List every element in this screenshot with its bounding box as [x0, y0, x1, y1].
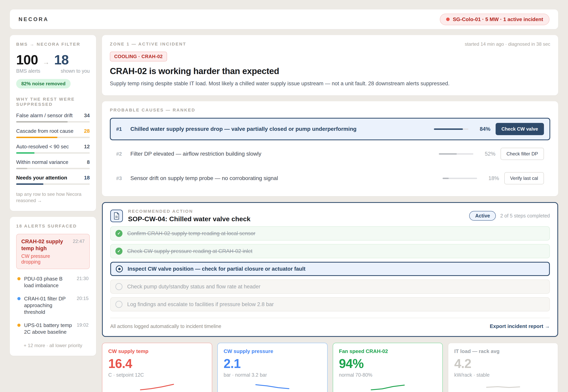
suppression-bar-fill [16, 121, 68, 123]
sidebar: BMS → NECORA FILTER 100 → 18 BMS alerts … [10, 35, 96, 356]
suppression-reason-row[interactable]: Needs your attention 18 [16, 175, 90, 185]
suppression-bar-fill [16, 168, 27, 169]
confidence-percent: 84% [474, 126, 491, 132]
suppression-reason-label: False alarm / sensor drift [16, 112, 73, 119]
alert-time: 19:02 [77, 322, 89, 328]
confidence-percent: 52% [478, 151, 495, 157]
sop-step[interactable]: Check pump duty/standby status and flow … [110, 280, 550, 294]
alerts-more-link[interactable]: + 12 more · all lower priority [16, 343, 90, 348]
step-status-icon [115, 230, 122, 237]
suppression-reason-row[interactable]: Cascade from root cause 28 [16, 128, 90, 138]
suppression-bar-fill [16, 152, 34, 154]
metric-card: CW supply pressure 2.1 bar · normal 3.2 … [217, 343, 328, 392]
alert-time: 20:15 [77, 295, 89, 301]
cause-row[interactable]: #3 Sensor drift on supply temp probe — n… [110, 168, 550, 189]
cause-action-button[interactable]: Check CW valve [496, 123, 544, 135]
confidence-bar-track [439, 153, 473, 155]
step-description: Confirm CRAH-02 supply temp reading at l… [127, 230, 255, 237]
sop-step[interactable]: Confirm CRAH-02 supply temp reading at l… [110, 226, 550, 240]
metric-card: CW supply temp 16.4 C · setpoint 12C ris… [102, 343, 212, 392]
suppression-reason-count: 34 [84, 112, 90, 119]
suppression-reason-label: Cascade from root cause [16, 128, 73, 134]
alert-list-item[interactable]: CRAH-02 supply temp high CW pressure dro… [16, 234, 90, 269]
step-description: Check pump duty/standby status and flow … [127, 284, 260, 290]
metric-title: Fan speed CRAH-02 [339, 348, 437, 354]
suppression-reason-count: 8 [87, 159, 90, 165]
bms-alerts-label: BMS alerts [16, 68, 40, 74]
incident-summary: Supply temp rising despite stable IT loa… [110, 80, 550, 87]
site-status-badge[interactable]: SG-Colo-01 · 5 MW · 1 active incident [440, 14, 550, 25]
confidence-percent: 18% [482, 175, 499, 182]
app-header: NECORA SG-Colo-01 · 5 MW · 1 active inci… [10, 9, 558, 29]
metric-value: 4.2 [454, 356, 552, 371]
filter-summary-panel: BMS → NECORA FILTER 100 → 18 BMS alerts … [10, 35, 96, 211]
confidence-bar-track [434, 128, 468, 130]
filter-panel-title: BMS → NECORA FILTER [16, 42, 90, 47]
cause-list: #1 Chilled water supply pressure drop — … [110, 118, 550, 189]
alert-subtitle: CW pressure dropping [21, 253, 69, 265]
suppression-reason-row[interactable]: Within normal variance 8 [16, 159, 90, 169]
cause-row[interactable]: #2 Filter DP elevated — airflow restrict… [110, 143, 550, 165]
arrow-right-icon: → [43, 58, 49, 66]
surfaced-alerts-panel: 18 ALERTS SURFACED CRAH-02 supply temp h… [10, 217, 96, 356]
causes-section-title: PROBABLE CAUSES — RANKED [110, 108, 550, 113]
suppression-reason-count: 12 [84, 144, 90, 150]
suppression-bar-track [16, 152, 90, 154]
suppression-reason-label: Within normal variance [16, 159, 68, 165]
recommended-action-card: RECOMMENDED ACTION SOP-CW-04: Chilled wa… [102, 202, 558, 337]
alert-title: UPS-01 battery temp 2C above baseline [24, 322, 73, 336]
cause-action-button[interactable]: Check filter DP [501, 148, 544, 160]
step-status-icon [116, 265, 123, 272]
brand-logo: NECORA [18, 16, 49, 22]
metric-subtitle: C · setpoint 12C [108, 372, 206, 378]
metric-card-row: CW supply temp 16.4 C · setpoint 12C ris… [102, 343, 558, 392]
metric-title: CW supply temp [108, 348, 206, 354]
suppression-bar-track [16, 168, 90, 169]
metric-value: 2.1 [224, 356, 321, 371]
step-status-icon [115, 283, 122, 290]
cause-rank: #2 [116, 151, 125, 157]
alert-list-item[interactable]: UPS-01 battery temp 2C above baseline 19… [16, 322, 90, 336]
suppression-reason-list: False alarm / sensor drift 34 Cascade fr… [16, 112, 90, 185]
sop-step[interactable]: Check CW supply pressure reading at CRAH… [110, 244, 550, 258]
incident-meta: started 14 min ago · diagnosed in 38 sec [465, 41, 550, 47]
suppression-reason-count: 28 [84, 128, 90, 134]
cause-row[interactable]: #1 Chilled water supply pressure drop — … [110, 118, 550, 140]
alert-title: CRAH-02 supply temp high [21, 238, 69, 252]
active-incident-card: ZONE 1 — ACTIVE INCIDENT started 14 min … [102, 35, 558, 95]
alert-list-item[interactable]: CRAH-01 filter DP approaching threshold … [16, 295, 90, 316]
export-incident-report-link[interactable]: Export incident report → [490, 323, 550, 329]
probable-causes-card: PROBABLE CAUSES — RANKED #1 Chilled wate… [102, 101, 558, 196]
sop-step[interactable]: Inspect CW valve position — check for pa… [110, 262, 550, 276]
sop-step-list: Confirm CRAH-02 supply temp reading at l… [110, 226, 550, 311]
metric-sparkline [369, 383, 406, 392]
cause-description: Sensor drift on supply temp probe — no c… [130, 175, 437, 182]
alert-title: PDU-03 phase B load imbalance [24, 275, 73, 289]
suppression-reason-row[interactable]: Auto-resolved < 90 sec 12 [16, 144, 90, 154]
metric-sparkline [484, 383, 522, 392]
cause-action-button[interactable]: Verify last cal [504, 172, 544, 184]
alert-priority-dot [17, 277, 20, 280]
sop-document-icon [110, 210, 123, 222]
bms-alert-count: 100 [16, 52, 38, 67]
cause-description: Chilled water supply pressure drop — val… [130, 126, 429, 132]
suppression-reason-row[interactable]: False alarm / sensor drift 34 [16, 112, 90, 123]
alert-priority-dot [17, 324, 20, 327]
suppression-bar-track [16, 183, 90, 185]
step-description: Inspect CW valve position — check for pa… [128, 266, 305, 272]
metric-card: IT load — rack avg 4.2 kW/rack · stable … [448, 343, 558, 392]
sop-step[interactable]: Log findings and escalate to facilities … [110, 297, 550, 311]
alert-list-item[interactable]: PDU-03 phase B load imbalance 21:30 [16, 275, 90, 289]
confidence-bar-track [443, 178, 477, 179]
cause-rank: #3 [116, 175, 125, 182]
suppression-bar-track [16, 137, 90, 138]
shown-to-you-label: shown to you [61, 68, 90, 74]
site-status-text: SG-Colo-01 · 5 MW · 1 active incident [453, 16, 543, 22]
metric-value: 94% [339, 356, 437, 371]
incident-zone-label: ZONE 1 — ACTIVE INCIDENT [110, 42, 186, 47]
metric-subtitle: kW/rack · stable [454, 372, 552, 378]
sop-title: SOP-CW-04: Chilled water valve check [128, 215, 251, 223]
incident-category-badge: COOLING · CRAH-02 [110, 52, 167, 61]
suppression-bar-fill [16, 137, 57, 138]
metric-sparkline [254, 383, 291, 392]
